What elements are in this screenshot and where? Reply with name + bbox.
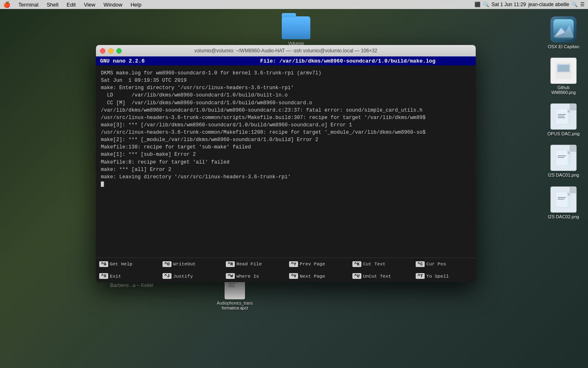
nano-filename: File: /var/lib/dkms/wm8960-soundcard/1.0… (224, 58, 472, 64)
svg-rect-26 (228, 286, 235, 287)
nano-key-g: ^G (99, 261, 108, 267)
github-icon-label: Github WM8960.png (547, 85, 580, 95)
i2s-dac02-icon-label: I2S DAC02.png (548, 214, 579, 220)
terminal-line-9: make[2]: *** [_module_/var/lib/dkms/wm89… (101, 136, 471, 144)
menu-edit[interactable]: Edit (63, 0, 79, 9)
nano-desc-writeout: WriteOut (173, 261, 196, 267)
terminal-line-2: make: Entering directory '/usr/src/linux… (101, 84, 471, 92)
terminal-title: volumio@volumio: ~/WM8960-Audio-HAT — -s… (194, 48, 377, 54)
status-search-icon[interactable]: 🔍 (572, 2, 578, 7)
nano-key-x: ^X (99, 273, 108, 279)
terminal-titlebar: volumio@volumio: ~/WM8960-Audio-HAT — -s… (96, 45, 476, 56)
osx-el-capitan-icon[interactable]: OSX El Capitan (547, 16, 580, 49)
barbiere-label: Barbiere...a – Keitel (110, 283, 153, 288)
menu-terminal[interactable]: Terminal (15, 0, 42, 9)
i2s-dac01-icon-label: I2S DAC01.png (548, 173, 579, 178)
nano-cmd-where-is: ^W Where Is (223, 270, 286, 283)
menu-view[interactable]: View (80, 0, 98, 9)
nano-cmd-uncut-text: ^U UnCut Text (349, 270, 412, 283)
traffic-lights (100, 48, 122, 54)
nano-desc-where-is: Where Is (236, 274, 259, 279)
desktop-icons-container: OSX El Capitan Github WM8960.png (547, 16, 580, 220)
nano-desc-exit: Exit (110, 274, 121, 279)
nano-key-r: ^R (226, 261, 235, 267)
nano-key-o: ^O (163, 261, 172, 267)
terminal-line-3: LD /var/lib/dkms/wm8960-soundcard/1.0/bu… (101, 92, 471, 99)
terminal-cursor: █ (101, 181, 471, 188)
nano-cmd-to-spell: ^T To Spell (412, 270, 476, 283)
i2s-dac02-icon-img (550, 186, 577, 213)
github-icon[interactable]: Github WM8960.png (547, 58, 580, 95)
desktop: 🍎 Terminal Shell Edit View Window Help ⬛… (0, 0, 588, 368)
svg-rect-11 (558, 117, 565, 118)
status-time: Sat 1 Jun 11:29 (492, 2, 526, 7)
nano-cmd-cur-pos: ^C Cur Pos (412, 258, 476, 270)
terminal-line-14: make: Leaving directory '/usr/src/linux-… (101, 173, 471, 181)
i2s-dac02-icon[interactable]: I2S DAC02.png (547, 186, 580, 220)
nano-cmd-get-help: ^G Get Help (96, 258, 159, 270)
terminal-content[interactable]: DKMS make.log for wm8960-soundcard-1.0 f… (96, 65, 476, 258)
svg-rect-20 (558, 197, 566, 198)
terminal-line-6: /usr/src/linux-headers-3.6-trunk-common/… (101, 114, 471, 121)
opus-dac-icon[interactable]: OPUS DAC.png (547, 103, 580, 137)
opus-icon-img (550, 103, 577, 130)
menubar-status: ⬛ 🔍 Sat 1 Jun 11:29 jean-claude abeille … (474, 2, 585, 7)
terminal-line-7: make[3]: *** [/var/lib/dkms/wm8960-sound… (101, 121, 471, 129)
nano-cmd-exit: ^X Exit (96, 270, 159, 283)
nano-cmd-read-file: ^R Read File (223, 258, 286, 270)
nano-key-j: ^J (163, 273, 172, 279)
terminal-line-5: /var/lib/dkms/wm8960-soundcard/1.0/build… (101, 107, 471, 114)
terminal-line-11: make[1]: *** [sub-make] Error 2 (101, 151, 471, 158)
nano-key-y: ^Y (289, 261, 298, 267)
terminal-line-0: DKMS make.log for wm8960-soundcard-1.0 f… (101, 70, 471, 77)
menu-window[interactable]: Window (100, 0, 125, 9)
nano-desc-cut-text: Cut Text (363, 261, 385, 267)
github-icon-img (550, 58, 577, 84)
status-spotlight: 🔍 (483, 2, 489, 7)
close-button[interactable] (100, 48, 105, 54)
nano-key-c: ^C (416, 261, 425, 267)
svg-rect-25 (228, 285, 234, 285)
terminal-window: volumio@volumio: ~/WM8960-Audio-HAT — -s… (96, 45, 476, 282)
i2s-dac01-icon[interactable]: I2S DAC01.png (547, 145, 580, 178)
menu-shell[interactable]: Shell (43, 0, 62, 9)
nano-desc-uncut-text: UnCut Text (363, 274, 391, 279)
svg-rect-9 (558, 114, 566, 115)
nano-key-v: ^V (289, 273, 298, 279)
svg-rect-21 (558, 199, 564, 200)
svg-rect-15 (558, 155, 566, 156)
svg-rect-24 (228, 283, 236, 284)
nano-statusbar: GNU nano 2.2.6 File: /var/lib/dkms/wm896… (96, 56, 476, 65)
volumio-folder-icon[interactable]: Volumio (282, 16, 310, 46)
terminal-line-8: /usr/src/linux-headers-3.6-trunk-common/… (101, 129, 471, 136)
nano-desc-next-page: Next Page (300, 274, 325, 279)
nano-cmd-next-page: ^V Next Page (286, 270, 349, 283)
terminal-line-1: Sat Jun 1 09:19:35 UTC 2019 (101, 77, 471, 84)
nano-key-w: ^W (226, 273, 235, 279)
osx-icon-img (550, 16, 577, 43)
nano-key-u: ^U (352, 273, 361, 279)
svg-rect-16 (558, 157, 564, 158)
menubar: 🍎 Terminal Shell Edit View Window Help ⬛… (0, 0, 588, 9)
minimize-button[interactable] (108, 48, 114, 54)
nano-key-k: ^K (352, 261, 361, 267)
nano-cmd-justify: ^J Justify (159, 270, 223, 283)
menu-help[interactable]: Help (127, 0, 145, 9)
svg-rect-10 (558, 116, 564, 117)
maximize-button[interactable] (116, 48, 122, 54)
i2s-dac01-icon-img (550, 145, 577, 171)
opus-icon-label: OPUS DAC.png (548, 131, 580, 137)
status-list-icon[interactable]: ☰ (580, 2, 585, 7)
nano-bottombar: ^G Get Help ^O WriteOut ^R Read File ^Y … (96, 258, 476, 282)
nano-desc-cur-pos: Cur Pos (426, 261, 446, 267)
terminal-line-4: CC [M] /var/lib/dkms/wm8960-soundcard/1.… (101, 99, 471, 107)
nano-cmd-cut-text: ^K Cut Text (349, 258, 412, 270)
terminal-line-13: make: *** [all] Error 2 (101, 166, 471, 173)
svg-rect-5 (558, 65, 569, 72)
osx-icon-label: OSX El Capitan (548, 44, 579, 49)
status-user: jean-claude abeille (528, 2, 569, 7)
nano-cmd-writeout: ^O WriteOut (159, 258, 223, 270)
apple-menu[interactable]: 🍎 (3, 1, 10, 8)
nano-key-t: ^T (416, 273, 425, 279)
nano-desc-prev-page: Prev Page (300, 261, 325, 267)
